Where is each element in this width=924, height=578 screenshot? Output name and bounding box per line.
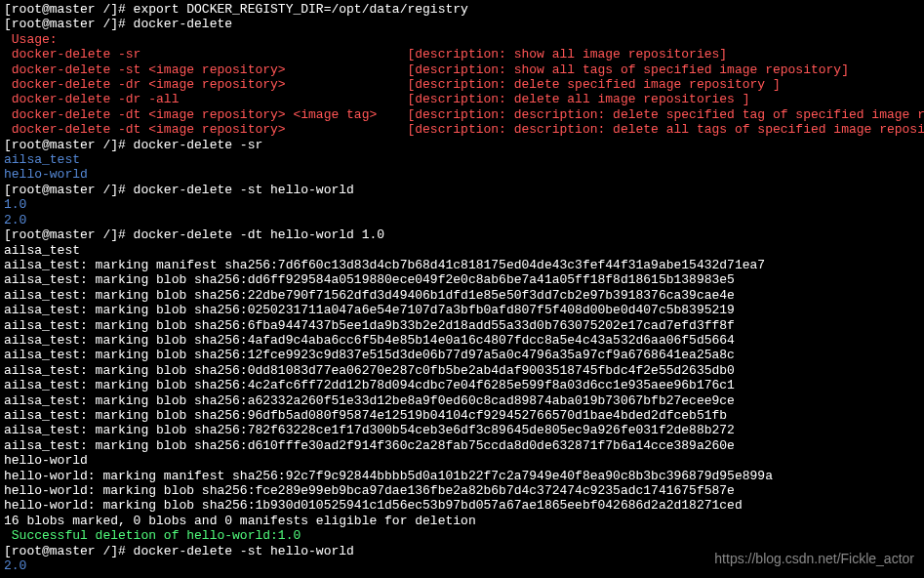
- terminal-line: ailsa_test: marking blob sha256:02502317…: [4, 303, 920, 317]
- terminal-line: 1.0: [4, 197, 920, 212]
- terminal-line: ailsa_test: marking blob sha256:96dfb5ad…: [4, 408, 920, 423]
- terminal-line: ailsa_test: marking blob sha256:dd6ff929…: [4, 272, 920, 287]
- terminal-line: ailsa_test: marking blob sha256:0dd81083…: [4, 363, 920, 378]
- terminal-line: [root@master /]# docker-delete -dt hello…: [4, 227, 920, 242]
- terminal-line: ailsa_test: [4, 152, 920, 167]
- watermark-text: https://blog.csdn.net/Fickle_actor: [714, 552, 914, 566]
- terminal-line: ailsa_test: marking blob sha256:12fce992…: [4, 348, 920, 362]
- terminal-line: hello-world: marking blob sha256:1b930d0…: [4, 498, 920, 513]
- terminal-line: hello-world: marking blob sha256:fce289e…: [4, 483, 920, 498]
- terminal-output[interactable]: [root@master /]# export DOCKER_REGISTY_D…: [4, 2, 920, 573]
- terminal-line: 16 blobs marked, 0 blobs and 0 manifests…: [4, 514, 920, 528]
- terminal-line: docker-delete -st <image repository> [de…: [4, 62, 920, 77]
- terminal-line: docker-delete -dr -all [description: del…: [4, 92, 920, 106]
- terminal-line: Successful deletion of hello-world:1.0: [4, 528, 920, 543]
- terminal-line: [root@master /]# docker-delete -sr: [4, 138, 920, 152]
- terminal-line: ailsa_test: marking blob sha256:4c2afc6f…: [4, 378, 920, 392]
- terminal-line: hello-world: marking manifest sha256:92c…: [4, 469, 920, 483]
- terminal-line: hello-world: [4, 167, 920, 182]
- terminal-line: ailsa_test: [4, 243, 920, 258]
- terminal-line: ailsa_test: marking blob sha256:d610fffe…: [4, 438, 920, 453]
- terminal-line: hello-world: [4, 453, 920, 468]
- terminal-line: Usage:: [4, 32, 920, 47]
- terminal-line: ailsa_test: marking manifest sha256:7d6f…: [4, 258, 920, 272]
- terminal-line: docker-delete -dt <image repository> [de…: [4, 122, 920, 137]
- terminal-line: docker-delete -sr [description: show all…: [4, 47, 920, 62]
- terminal-line: 2.0: [4, 213, 920, 227]
- terminal-line: docker-delete -dt <image repository> <im…: [4, 107, 920, 122]
- terminal-line: [root@master /]# docker-delete: [4, 17, 920, 31]
- terminal-line: [root@master /]# export DOCKER_REGISTY_D…: [4, 2, 920, 17]
- terminal-line: docker-delete -dr <image repository> [de…: [4, 77, 920, 92]
- terminal-line: ailsa_test: marking blob sha256:22dbe790…: [4, 288, 920, 303]
- terminal-line: [root@master /]# docker-delete -st hello…: [4, 183, 920, 197]
- terminal-line: ailsa_test: marking blob sha256:4afad9c4…: [4, 333, 920, 348]
- terminal-line: ailsa_test: marking blob sha256:6fba9447…: [4, 318, 920, 333]
- terminal-line: ailsa_test: marking blob sha256:782f6322…: [4, 423, 920, 437]
- terminal-line: ailsa_test: marking blob sha256:a62332a2…: [4, 393, 920, 408]
